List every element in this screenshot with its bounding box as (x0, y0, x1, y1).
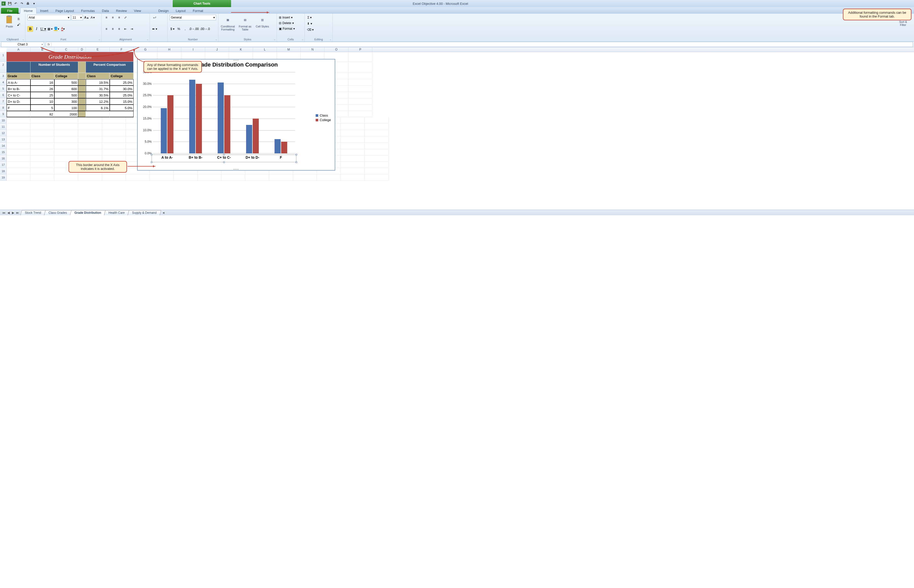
cell[interactable] (54, 143, 78, 149)
cell[interactable] (6, 130, 31, 136)
x-axis-label[interactable]: A to A- (153, 155, 181, 160)
cell[interactable] (293, 174, 317, 181)
cell[interactable]: 2000 (54, 111, 78, 117)
cell[interactable]: 25.0% (110, 79, 134, 86)
sheet-tab[interactable]: Stock Trend (20, 210, 45, 215)
align-top-icon[interactable]: ≡ (104, 15, 109, 20)
cell[interactable] (54, 130, 78, 136)
row-header[interactable]: 8 (0, 105, 6, 111)
cell[interactable] (341, 143, 365, 149)
cell[interactable]: Percent Comparison (86, 62, 134, 73)
cell[interactable] (341, 168, 365, 174)
cell[interactable] (78, 111, 86, 117)
cell[interactable] (6, 117, 31, 124)
currency-icon[interactable]: $ ▾ (170, 26, 175, 32)
grow-font-icon[interactable]: A▲ (84, 15, 89, 20)
cell[interactable]: Number of Students (31, 62, 78, 73)
cell[interactable] (341, 130, 365, 136)
redo-icon[interactable]: ↷ (19, 1, 24, 6)
cell[interactable] (150, 174, 174, 181)
cell[interactable]: 12.2% (86, 98, 110, 105)
cell[interactable] (31, 162, 54, 168)
wrap-text-icon[interactable]: ⮐ (152, 15, 157, 20)
cell[interactable]: 25 (31, 92, 54, 98)
cell[interactable] (102, 124, 126, 130)
cell[interactable] (54, 117, 78, 124)
tab-first-icon[interactable]: ⏮ (2, 211, 6, 215)
row-header[interactable]: 18 (0, 168, 6, 174)
name-box[interactable]: Chart 3 (1, 42, 44, 47)
cell-styles-button[interactable]: ▥Cell Styles (255, 15, 270, 28)
bold-button[interactable]: B (28, 26, 33, 32)
tab-design[interactable]: Design (155, 8, 172, 14)
cell[interactable] (86, 111, 110, 117)
insert-cells-button[interactable]: Insert (282, 15, 290, 20)
row-header[interactable]: 9 (0, 111, 6, 117)
bar[interactable] (275, 139, 281, 153)
delete-cells-button[interactable]: Delete (282, 20, 291, 26)
cell[interactable]: 16 (31, 79, 54, 86)
cell[interactable] (110, 111, 134, 117)
cell[interactable] (341, 149, 365, 155)
cell[interactable] (54, 149, 78, 155)
cell[interactable] (365, 168, 388, 174)
cell[interactable]: 31.7% (86, 86, 110, 92)
chart-handle-icon[interactable]: •••• (233, 59, 239, 62)
cell[interactable] (365, 143, 388, 149)
cell[interactable] (222, 174, 245, 181)
cell[interactable] (365, 136, 388, 143)
copy-icon[interactable]: ⎘ (16, 16, 21, 22)
cell[interactable] (78, 73, 86, 79)
cell[interactable]: Grade (6, 73, 31, 79)
column-header[interactable]: O (325, 47, 348, 52)
increase-indent-icon[interactable]: ⇥ (129, 26, 134, 32)
cell[interactable]: College (110, 73, 134, 79)
column-header[interactable]: K (229, 47, 253, 52)
cell[interactable]: 500 (54, 79, 78, 86)
cell[interactable] (348, 92, 372, 98)
decrease-indent-icon[interactable]: ⇤ (123, 26, 128, 32)
row-header[interactable]: 13 (0, 136, 6, 143)
cell[interactable]: 500 (54, 92, 78, 98)
borders-button[interactable]: ▦ ▾ (47, 26, 53, 32)
cell[interactable] (317, 174, 341, 181)
format-painter-icon[interactable]: 🖌 (16, 22, 21, 27)
cell[interactable] (31, 130, 54, 136)
row-header[interactable]: 4 (0, 79, 6, 86)
cell[interactable] (78, 92, 86, 98)
cell[interactable] (102, 117, 126, 124)
tab-next-icon[interactable]: ▶ (11, 211, 15, 215)
cell[interactable]: 82 (31, 111, 54, 117)
bar[interactable] (167, 95, 173, 153)
cell[interactable] (102, 130, 126, 136)
cell[interactable] (348, 62, 372, 73)
cell[interactable] (348, 52, 372, 62)
cell[interactable] (54, 124, 78, 130)
align-bottom-icon[interactable]: ≡ (116, 15, 122, 20)
bar[interactable] (224, 95, 230, 153)
cell[interactable] (197, 174, 222, 181)
tab-home[interactable]: Home (20, 8, 37, 14)
row-header[interactable]: 1 (0, 52, 6, 62)
row-header[interactable]: 16 (0, 155, 6, 162)
cell[interactable]: 30.5% (86, 92, 110, 98)
cell[interactable] (78, 117, 102, 124)
x-axis-label[interactable]: C+ to C- (210, 155, 238, 160)
cell[interactable]: Class (31, 73, 54, 79)
cell[interactable] (78, 62, 86, 73)
align-center-icon[interactable]: ≡ (110, 26, 116, 32)
cell[interactable]: 30.0% (110, 86, 134, 92)
x-axis-label[interactable]: D+ to D- (238, 155, 267, 160)
chart-handle-icon[interactable]: •••• (233, 168, 239, 171)
cell[interactable] (6, 124, 31, 130)
clear-icon[interactable]: ⌫ ▾ (307, 27, 314, 32)
bar[interactable] (161, 108, 167, 153)
cell[interactable] (6, 174, 31, 181)
cell[interactable]: F (6, 105, 31, 111)
align-left-icon[interactable]: ≡ (104, 26, 109, 32)
row-header[interactable]: 19 (0, 174, 6, 181)
cell[interactable] (341, 162, 365, 168)
bar[interactable] (196, 84, 202, 153)
cell[interactable]: 25.0% (110, 92, 134, 98)
cell[interactable] (365, 174, 388, 181)
